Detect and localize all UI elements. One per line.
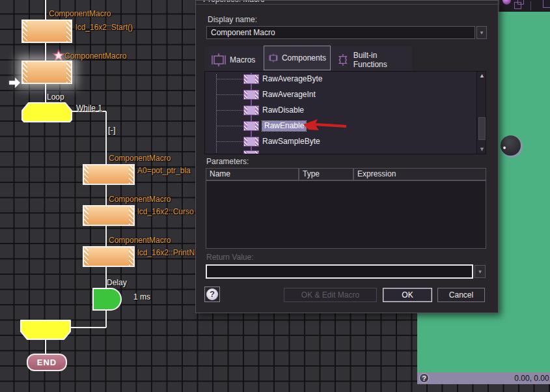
parameters-table-body[interactable] xyxy=(206,180,486,249)
pot-knob[interactable] xyxy=(501,135,523,158)
builtin-functions-tab-icon xyxy=(336,53,350,66)
toolbar-divider xyxy=(530,1,531,10)
scroll-down-icon[interactable]: ▼ xyxy=(478,145,486,154)
return-value-dropdown-icon[interactable]: ▾ xyxy=(474,265,486,278)
tree-branch-line xyxy=(217,126,243,126)
macro-block-pot-read[interactable] xyxy=(83,164,135,185)
tab-components[interactable]: Components xyxy=(264,46,331,70)
block2-type-label: ComponentMacro xyxy=(64,51,126,61)
loop-collapse-toggle[interactable]: [-] xyxy=(108,125,116,135)
list-scrollbar[interactable]: ▲ ▼ xyxy=(476,72,486,154)
list-item[interactable]: RawDisable xyxy=(262,105,304,115)
macro-item-icon xyxy=(243,90,259,100)
ok-button[interactable]: OK xyxy=(383,288,432,302)
loop-start-label: Loop xyxy=(47,92,64,102)
block1-type-label: ComponentMacro xyxy=(49,9,111,18)
list-item-selected[interactable]: RawEnable xyxy=(262,121,306,131)
end-node[interactable]: END xyxy=(27,354,67,371)
pot-knob-marker-icon xyxy=(503,147,506,149)
block4-desc: lcd_16x2::Curso xyxy=(137,207,194,216)
tree-branch-line xyxy=(217,79,243,79)
pot-knob-face[interactable] xyxy=(501,135,521,156)
macro-block-lcd-start[interactable] xyxy=(21,20,72,43)
macro-tab-icon xyxy=(211,53,227,66)
tree-branch-line xyxy=(217,110,243,111)
delay-shape[interactable] xyxy=(93,288,121,310)
dialog-title: Properties: Macro xyxy=(203,1,265,4)
delay-label: Delay xyxy=(107,278,127,287)
tab-macros-label: Macros xyxy=(230,55,255,64)
tab-macros[interactable]: Macros xyxy=(207,49,262,70)
components-tab-icon xyxy=(268,51,279,64)
loop-start-shape[interactable] xyxy=(22,103,72,122)
tab-builtin-functions-label: Built-in Functions xyxy=(353,51,407,69)
display-name-label: Display name: xyxy=(208,15,257,24)
loop-end-shape[interactable] xyxy=(21,320,70,339)
param-column-expression[interactable]: Expression xyxy=(353,168,486,180)
cursor-coordinates: 0.00, 0.00, xyxy=(514,372,550,384)
simulation-toolbar xyxy=(500,0,550,12)
cancel-button[interactable]: Cancel xyxy=(437,288,485,302)
tab-builtin-functions[interactable]: Built-in Functions xyxy=(332,49,411,70)
list-item[interactable]: RawAverageByte xyxy=(262,74,323,84)
macro-block-lcd-cursor[interactable] xyxy=(83,205,135,226)
macro-block-selected[interactable] xyxy=(21,61,72,84)
macro-item-icon xyxy=(243,121,259,131)
param-column-type[interactable]: Type xyxy=(299,168,353,180)
display-name-dropdown-icon[interactable]: ▾ xyxy=(476,26,487,39)
properties-macro-dialog: Properties: Macro Display name: Componen… xyxy=(195,0,499,313)
block4-type-label: ComponentMacro xyxy=(109,195,171,204)
help-icon: ? xyxy=(206,288,218,300)
arrange-squares-icon[interactable] xyxy=(514,2,521,9)
macro-item-icon xyxy=(243,137,259,147)
scroll-up-icon[interactable]: ▲ xyxy=(478,72,486,80)
tree-branch-line xyxy=(217,94,243,95)
tree-guide-line xyxy=(216,74,217,152)
annotation-arrow-icon xyxy=(302,118,349,133)
block3-desc: A0=pot_ptr_bla xyxy=(137,166,191,175)
help-button[interactable]: ? xyxy=(204,287,220,302)
return-value-label: Return Value: xyxy=(206,253,254,262)
component-macro-list[interactable]: RawAverageByte RawAverageInt RawDisable … xyxy=(204,71,486,154)
macro-item-icon xyxy=(243,74,259,84)
app-window: ComponentMacro lcd_16x2::Start() Compone… xyxy=(0,0,550,392)
bookmark-star-icon xyxy=(53,50,64,60)
block5-type-label: ComponentMacro xyxy=(109,236,171,245)
list-item[interactable]: RawAverageInt xyxy=(262,90,316,100)
return-value-input[interactable] xyxy=(206,264,473,279)
display-name-input[interactable]: Component Macro xyxy=(206,26,475,39)
param-column-name[interactable]: Name xyxy=(206,168,299,180)
status-help-icon[interactable]: ? xyxy=(419,373,429,383)
panel-tool-icon[interactable] xyxy=(543,0,550,8)
dialog-title-bar[interactable]: Properties: Macro xyxy=(196,1,498,5)
tab-components-label: Components xyxy=(282,53,326,63)
macro-item-icon xyxy=(243,105,259,115)
block5-desc: lcd_16x2::PrintN xyxy=(137,248,195,257)
block3-type-label: ComponentMacro xyxy=(109,154,171,163)
scrollbar-thumb[interactable] xyxy=(478,117,486,140)
ok-edit-macro-button[interactable]: OK & Edit Macro xyxy=(284,288,377,302)
macro-block-lcd-print[interactable] xyxy=(83,246,135,267)
loop-condition: While 1 xyxy=(76,104,102,113)
tree-branch-line xyxy=(217,141,243,142)
delay-value: 1 ms xyxy=(133,292,150,301)
macro-item-icon xyxy=(243,150,259,154)
sphere-tool-icon[interactable] xyxy=(502,0,511,5)
list-item[interactable]: RawSampleByte xyxy=(262,137,320,147)
block1-desc: lcd_16x2::Start() xyxy=(76,23,133,32)
current-step-arrow-icon xyxy=(9,77,20,88)
simulation-status-bar: ? 0.00, 0.00, xyxy=(417,372,550,384)
parameters-label: Parameters: xyxy=(206,157,249,166)
